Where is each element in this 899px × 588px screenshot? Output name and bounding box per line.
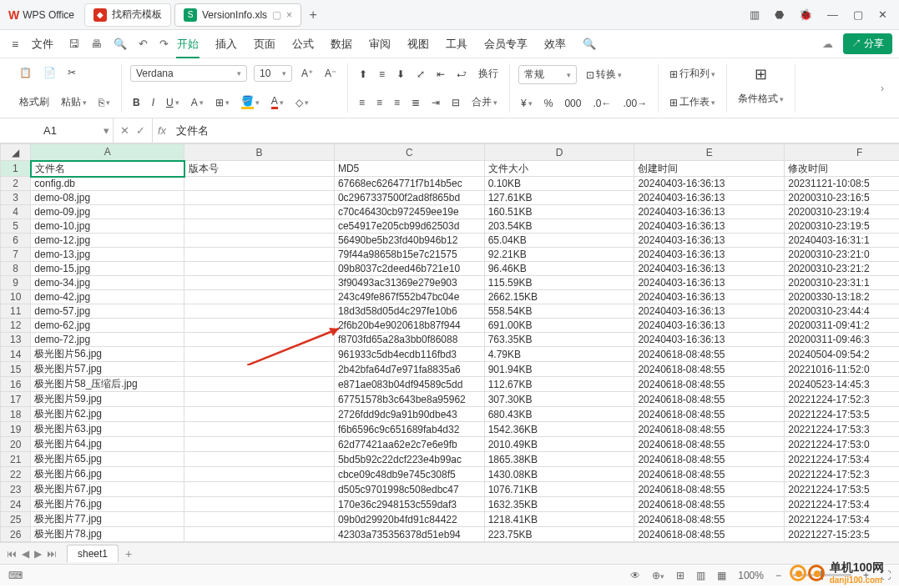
print-icon[interactable]: 🖶: [91, 38, 102, 50]
convert-button[interactable]: ⊡ 转换▾: [583, 66, 624, 83]
cell[interactable]: 67751578b3c643be8a95962: [334, 392, 484, 407]
cell[interactable]: 56490be5b23fd40b946b12: [334, 234, 484, 248]
cell[interactable]: cbce09c48db9e745c308f5: [334, 467, 484, 482]
cell[interactable]: demo-08.jpg: [31, 191, 184, 205]
merge-icon[interactable]: ⊟: [449, 95, 462, 110]
cell[interactable]: [184, 219, 335, 234]
cell[interactable]: 558.54KB: [484, 304, 634, 319]
cell[interactable]: [184, 304, 335, 319]
menu-member[interactable]: 会员专享: [476, 37, 536, 52]
col-header-C[interactable]: C: [334, 144, 484, 161]
cell[interactable]: 4.79KB: [484, 347, 634, 362]
cell[interactable]: 极光图片56.jpg: [31, 347, 184, 362]
menu-tools[interactable]: 工具: [437, 37, 476, 52]
hamburger-icon[interactable]: ≡: [7, 38, 23, 51]
cell[interactable]: 20240403-16:36:13: [634, 319, 785, 333]
cell[interactable]: 20200310-23:31:1: [785, 276, 899, 290]
status-grid-icon[interactable]: ⊞: [676, 570, 684, 581]
cell[interactable]: 极光图片63.jpg: [31, 422, 184, 437]
undo-icon[interactable]: ↶: [139, 38, 148, 50]
cell[interactable]: f6b6596c9c651689fab4d32: [334, 422, 484, 437]
cell[interactable]: 版本号: [184, 161, 335, 177]
cell[interactable]: [184, 276, 335, 290]
cell[interactable]: 3f90493ac31369e279e903: [334, 276, 484, 290]
comma-icon[interactable]: 000: [562, 96, 583, 111]
cell[interactable]: 160.51KB: [484, 205, 634, 219]
cell[interactable]: 20240403-16:36:13: [634, 177, 785, 191]
fx-confirm-icon[interactable]: ✓: [136, 124, 145, 137]
row-header[interactable]: 13: [1, 333, 31, 347]
cell[interactable]: 65.04KB: [484, 234, 634, 248]
cell[interactable]: 20240403-16:36:13: [634, 290, 785, 304]
merge-button[interactable]: 合并▾: [469, 93, 500, 111]
row-header[interactable]: 6: [1, 234, 31, 248]
cell[interactable]: 961933c5db4ecdb116fbd3: [334, 347, 484, 362]
copy-icon[interactable]: ⎘▾: [96, 95, 113, 110]
cell[interactable]: demo-09.jpg: [31, 205, 184, 219]
row-header[interactable]: 18: [1, 407, 31, 422]
cell[interactable]: 170e36c2948153c559daf3: [334, 497, 484, 512]
sheet-nav-first-icon[interactable]: ⏮: [7, 548, 17, 560]
row-header[interactable]: 5: [1, 219, 31, 234]
cell[interactable]: 20240618-08:48:55: [634, 347, 785, 362]
cell[interactable]: 0c2967337500f2ad8f865bd: [334, 191, 484, 205]
row-header[interactable]: 4: [1, 205, 31, 219]
cell[interactable]: [184, 319, 335, 333]
col-header-B[interactable]: B: [184, 144, 335, 161]
cell[interactable]: 1542.36KB: [484, 422, 634, 437]
sheet-tab-sheet1[interactable]: sheet1: [67, 545, 119, 562]
cell[interactable]: 20221016-11:52:0: [785, 362, 899, 377]
cell[interactable]: 243c49fe867f552b47bc04e: [334, 290, 484, 304]
cell[interactable]: demo-42.jpg: [31, 290, 184, 304]
sheet-nav-prev-icon[interactable]: ◀: [22, 548, 29, 560]
cell[interactable]: 127.61KB: [484, 191, 634, 205]
cell[interactable]: 1865.38KB: [484, 452, 634, 467]
cell[interactable]: 307.30KB: [484, 392, 634, 407]
fill-color-icon[interactable]: 🪣▾: [239, 93, 262, 111]
cell[interactable]: 18d3d58d05d4c297fe10b6: [334, 304, 484, 319]
status-focus-icon[interactable]: ⊕▾: [652, 570, 664, 581]
wrap-icon[interactable]: ⮐: [454, 67, 469, 82]
increase-font-icon[interactable]: A⁺: [299, 66, 316, 81]
cell[interactable]: 2726fdd9dc9a91b90dbe43: [334, 407, 484, 422]
cell[interactable]: 极光图片59.jpg: [31, 392, 184, 407]
row-header[interactable]: 12: [1, 319, 31, 333]
panel-icon[interactable]: ▥: [750, 8, 760, 21]
cell[interactable]: 20240403-16:36:13: [634, 262, 785, 276]
cell[interactable]: 20240618-08:48:55: [634, 467, 785, 482]
cell[interactable]: 20221224-17:53:3: [785, 422, 899, 437]
cell[interactable]: 1218.41KB: [484, 512, 634, 527]
cell[interactable]: 112.67KB: [484, 377, 634, 392]
row-header[interactable]: 24: [1, 497, 31, 512]
cell[interactable]: 创建时间: [634, 161, 785, 177]
file-menu[interactable]: 文件: [23, 37, 62, 52]
cell[interactable]: [184, 191, 335, 205]
row-header[interactable]: 3: [1, 191, 31, 205]
cell[interactable]: [184, 290, 335, 304]
formula-input[interactable]: 文件名: [171, 123, 214, 138]
cell[interactable]: d505c9701998c508edbc47: [334, 482, 484, 497]
cell[interactable]: 96.46KB: [484, 262, 634, 276]
row-header[interactable]: 23: [1, 482, 31, 497]
cell[interactable]: [184, 262, 335, 276]
cell[interactable]: 20240523-14:45:3: [785, 377, 899, 392]
bold-icon[interactable]: B: [130, 95, 143, 110]
indent-right-icon[interactable]: ⇥: [429, 95, 442, 110]
cell[interactable]: 20240618-08:48:55: [634, 437, 785, 452]
status-layout-icon[interactable]: ▦: [717, 570, 726, 581]
cell[interactable]: 极光图片62.jpg: [31, 407, 184, 422]
cell[interactable]: 09b0d29920b4fd91c84422: [334, 512, 484, 527]
status-page-icon[interactable]: ▥: [696, 570, 705, 581]
cell[interactable]: 20240504-09:54:2: [785, 347, 899, 362]
cell[interactable]: 20231121-10:08:5: [785, 177, 899, 191]
cell[interactable]: MD5: [334, 161, 484, 177]
cell[interactable]: 2010.49KB: [484, 437, 634, 452]
cell[interactable]: config.db: [31, 177, 184, 191]
cell[interactable]: 20221224-17:53:4: [785, 497, 899, 512]
cell[interactable]: 20221224-17:52:3: [785, 392, 899, 407]
row-header[interactable]: 10: [1, 290, 31, 304]
italic-icon[interactable]: I: [149, 95, 157, 110]
tab-menu-icon[interactable]: ▢: [272, 9, 281, 21]
select-all-corner[interactable]: ◢: [1, 144, 31, 161]
menu-efficiency[interactable]: 效率: [536, 37, 574, 52]
